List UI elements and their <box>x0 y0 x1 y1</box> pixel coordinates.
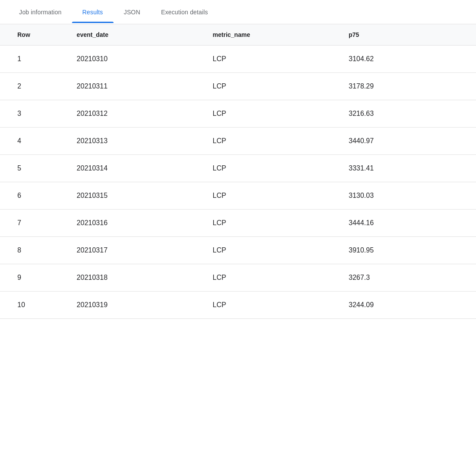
cell-event_date: 20210310 <box>68 46 204 73</box>
table-body: 120210310LCP3104.62220210311LCP3178.2932… <box>0 46 476 319</box>
cell-row: 3 <box>0 100 68 128</box>
cell-event_date: 20210311 <box>68 73 204 100</box>
cell-row: 6 <box>0 182 68 210</box>
cell-event_date: 20210317 <box>68 237 204 264</box>
table-row: 920210318LCP3267.3 <box>0 264 476 292</box>
cell-row: 1 <box>0 46 68 73</box>
cell-row: 9 <box>0 264 68 292</box>
table-row: 420210313LCP3440.97 <box>0 128 476 155</box>
cell-row: 8 <box>0 237 68 264</box>
cell-p75: 3444.16 <box>340 210 476 237</box>
tab-job-information[interactable]: Job information <box>9 2 72 23</box>
table-row: 520210314LCP3331.41 <box>0 155 476 182</box>
tab-json[interactable]: JSON <box>114 2 151 23</box>
cell-p75: 3104.62 <box>340 46 476 73</box>
table-header: Rowevent_datemetric_namep75 <box>0 24 476 46</box>
cell-row: 2 <box>0 73 68 100</box>
tabs-container: Job informationResultsJSONExecution deta… <box>0 0 476 24</box>
cell-metric_name: LCP <box>204 182 340 210</box>
cell-event_date: 20210316 <box>68 210 204 237</box>
table-container: Rowevent_datemetric_namep75 120210310LCP… <box>0 24 476 319</box>
table-row: 820210317LCP3910.95 <box>0 237 476 264</box>
table-row: 1020210319LCP3244.09 <box>0 292 476 319</box>
cell-p75: 3331.41 <box>340 155 476 182</box>
cell-metric_name: LCP <box>204 210 340 237</box>
cell-row: 7 <box>0 210 68 237</box>
table-row: 320210312LCP3216.63 <box>0 100 476 128</box>
tab-results[interactable]: Results <box>72 2 114 23</box>
cell-metric_name: LCP <box>204 128 340 155</box>
cell-event_date: 20210313 <box>68 128 204 155</box>
cell-metric_name: LCP <box>204 237 340 264</box>
cell-p75: 3130.03 <box>340 182 476 210</box>
table-row: 120210310LCP3104.62 <box>0 46 476 73</box>
cell-p75: 3267.3 <box>340 264 476 292</box>
cell-event_date: 20210319 <box>68 292 204 319</box>
tab-execution-details[interactable]: Execution details <box>150 2 218 23</box>
cell-event_date: 20210315 <box>68 182 204 210</box>
cell-metric_name: LCP <box>204 46 340 73</box>
cell-row: 10 <box>0 292 68 319</box>
cell-event_date: 20210314 <box>68 155 204 182</box>
cell-event_date: 20210318 <box>68 264 204 292</box>
column-header-row: Row <box>0 24 68 46</box>
cell-event_date: 20210312 <box>68 100 204 128</box>
table-header-row: Rowevent_datemetric_namep75 <box>0 24 476 46</box>
cell-metric_name: LCP <box>204 73 340 100</box>
cell-metric_name: LCP <box>204 264 340 292</box>
cell-p75: 3910.95 <box>340 237 476 264</box>
cell-metric_name: LCP <box>204 292 340 319</box>
table-row: 220210311LCP3178.29 <box>0 73 476 100</box>
table-row: 620210315LCP3130.03 <box>0 182 476 210</box>
cell-p75: 3178.29 <box>340 73 476 100</box>
table-row: 720210316LCP3444.16 <box>0 210 476 237</box>
column-header-metric_name: metric_name <box>204 24 340 46</box>
cell-row: 4 <box>0 128 68 155</box>
cell-p75: 3440.97 <box>340 128 476 155</box>
cell-p75: 3244.09 <box>340 292 476 319</box>
column-header-event_date: event_date <box>68 24 204 46</box>
cell-p75: 3216.63 <box>340 100 476 128</box>
cell-metric_name: LCP <box>204 100 340 128</box>
results-table: Rowevent_datemetric_namep75 120210310LCP… <box>0 24 476 319</box>
cell-metric_name: LCP <box>204 155 340 182</box>
cell-row: 5 <box>0 155 68 182</box>
column-header-p75: p75 <box>340 24 476 46</box>
